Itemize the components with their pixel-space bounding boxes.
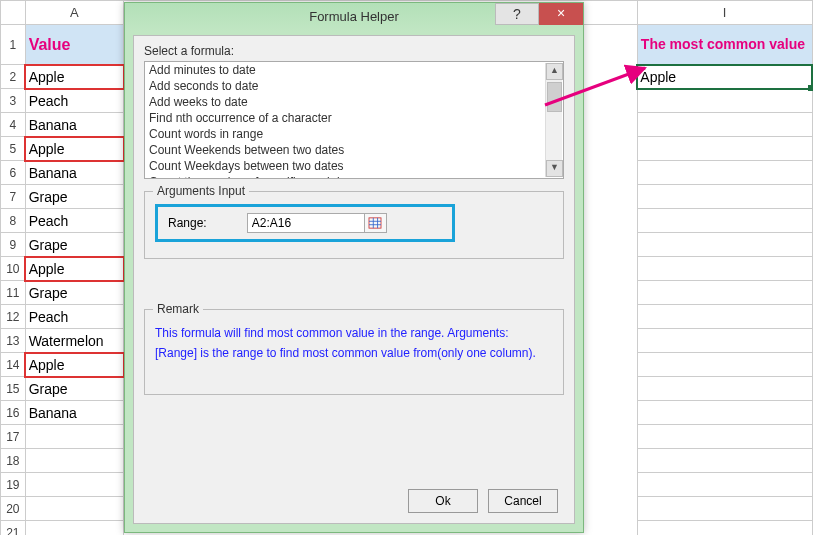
range-argument-row: Range: bbox=[155, 204, 455, 242]
remark-line1: This formula will find most common value… bbox=[155, 326, 553, 340]
cell-a[interactable] bbox=[25, 521, 124, 536]
row-header[interactable]: 17 bbox=[1, 425, 26, 449]
row-header[interactable]: 9 bbox=[1, 233, 26, 257]
cell-i[interactable] bbox=[637, 473, 812, 497]
formula-list-item[interactable]: Add weeks to date bbox=[145, 94, 563, 110]
remark-legend: Remark bbox=[153, 302, 203, 316]
cell-a[interactable]: Apple bbox=[25, 65, 124, 89]
cell-i[interactable] bbox=[637, 137, 812, 161]
range-ref-picker-button[interactable] bbox=[365, 213, 387, 233]
cell-i[interactable] bbox=[637, 281, 812, 305]
row-header[interactable]: 13 bbox=[1, 329, 26, 353]
cell-a[interactable]: Peach bbox=[25, 209, 124, 233]
row-header[interactable]: 7 bbox=[1, 185, 26, 209]
row-header[interactable]: 19 bbox=[1, 473, 26, 497]
formula-list-item[interactable]: Count words in range bbox=[145, 126, 563, 142]
cell-a[interactable]: Banana bbox=[25, 401, 124, 425]
range-input[interactable] bbox=[247, 213, 365, 233]
row-header[interactable]: 12 bbox=[1, 305, 26, 329]
cell-i[interactable] bbox=[637, 89, 812, 113]
formula-listbox[interactable]: Add minutes to dateAdd seconds to dateAd… bbox=[144, 61, 564, 179]
formula-list-item[interactable]: Find nth occurrence of a character bbox=[145, 110, 563, 126]
remark-fieldset: Remark This formula will find most commo… bbox=[144, 309, 564, 395]
cancel-button[interactable]: Cancel bbox=[488, 489, 558, 513]
formula-list-item[interactable]: Count Weekends between two dates bbox=[145, 142, 563, 158]
row-header[interactable]: 20 bbox=[1, 497, 26, 521]
cell-i[interactable] bbox=[637, 233, 812, 257]
cell-i[interactable] bbox=[637, 521, 812, 536]
row-header[interactable]: 14 bbox=[1, 353, 26, 377]
scroll-thumb[interactable] bbox=[547, 82, 562, 112]
remark-line2: [Range] is the range to find most common… bbox=[155, 346, 553, 360]
cell-i[interactable] bbox=[637, 329, 812, 353]
formula-list-item[interactable]: Add minutes to date bbox=[145, 62, 563, 78]
dialog-titlebar[interactable]: Formula Helper ? × bbox=[125, 3, 583, 31]
close-button[interactable]: × bbox=[539, 3, 583, 25]
cell-a[interactable]: Apple bbox=[25, 353, 124, 377]
column-i-header-cell[interactable]: The most common value bbox=[637, 25, 812, 65]
fill-handle[interactable] bbox=[808, 85, 813, 91]
row-header[interactable]: 1 bbox=[1, 25, 26, 65]
row-header[interactable]: 18 bbox=[1, 449, 26, 473]
row-header[interactable]: 3 bbox=[1, 89, 26, 113]
cell-a[interactable]: Apple bbox=[25, 137, 124, 161]
row-header[interactable]: 10 bbox=[1, 257, 26, 281]
scroll-up-button[interactable]: ▲ bbox=[546, 63, 563, 80]
column-a-header-cell[interactable]: Value bbox=[25, 25, 124, 65]
arguments-legend: Arguments Input bbox=[153, 184, 249, 198]
row-header[interactable]: 2 bbox=[1, 65, 26, 89]
cell-i[interactable] bbox=[637, 113, 812, 137]
grid-ref-icon bbox=[368, 217, 382, 229]
arguments-fieldset: Arguments Input Range: bbox=[144, 191, 564, 259]
formula-list-item[interactable]: Count Weekdays between two dates bbox=[145, 158, 563, 174]
row-header[interactable]: 4 bbox=[1, 113, 26, 137]
cell-i[interactable] bbox=[637, 449, 812, 473]
cell-a[interactable]: Apple bbox=[25, 257, 124, 281]
cell-a[interactable]: Grape bbox=[25, 281, 124, 305]
cell-a[interactable] bbox=[25, 473, 124, 497]
cell-i[interactable] bbox=[637, 497, 812, 521]
row-header[interactable]: 5 bbox=[1, 137, 26, 161]
select-formula-label: Select a formula: bbox=[144, 44, 564, 58]
cell-i[interactable] bbox=[637, 257, 812, 281]
col-header-A[interactable]: A bbox=[25, 1, 124, 25]
cell-i[interactable] bbox=[637, 161, 812, 185]
cell-a[interactable]: Grape bbox=[25, 185, 124, 209]
cell-i[interactable] bbox=[637, 185, 812, 209]
cell-a[interactable]: Grape bbox=[25, 377, 124, 401]
cell-i[interactable] bbox=[637, 353, 812, 377]
cell-a[interactable] bbox=[25, 497, 124, 521]
cell-a[interactable]: Watermelon bbox=[25, 329, 124, 353]
cell-a[interactable] bbox=[25, 449, 124, 473]
svg-rect-0 bbox=[369, 218, 381, 228]
cell-a[interactable]: Grape bbox=[25, 233, 124, 257]
cell-i[interactable] bbox=[637, 425, 812, 449]
row-header[interactable]: 16 bbox=[1, 401, 26, 425]
scroll-down-button[interactable]: ▼ bbox=[546, 160, 563, 177]
corner-cell[interactable] bbox=[1, 1, 26, 25]
row-header[interactable]: 11 bbox=[1, 281, 26, 305]
ok-button[interactable]: Ok bbox=[408, 489, 478, 513]
listbox-scrollbar[interactable]: ▲ ▼ bbox=[545, 63, 562, 177]
cell-i[interactable] bbox=[637, 377, 812, 401]
row-header[interactable]: 8 bbox=[1, 209, 26, 233]
formula-list-item[interactable]: Add seconds to date bbox=[145, 78, 563, 94]
cell-i[interactable] bbox=[637, 209, 812, 233]
cell-a[interactable] bbox=[25, 425, 124, 449]
cell-a[interactable]: Banana bbox=[25, 113, 124, 137]
cell-a[interactable]: Peach bbox=[25, 305, 124, 329]
row-header[interactable]: 15 bbox=[1, 377, 26, 401]
cell-i[interactable] bbox=[637, 401, 812, 425]
cell-a[interactable]: Banana bbox=[25, 161, 124, 185]
col-header-I[interactable]: I bbox=[637, 1, 812, 25]
range-label: Range: bbox=[168, 216, 207, 230]
formula-list-item[interactable]: Count the number of specific weekday bbox=[145, 174, 563, 178]
help-button[interactable]: ? bbox=[495, 3, 539, 25]
cell-i[interactable] bbox=[637, 305, 812, 329]
result-cell[interactable]: Apple bbox=[637, 65, 812, 89]
cell-a[interactable]: Peach bbox=[25, 89, 124, 113]
row-header[interactable]: 6 bbox=[1, 161, 26, 185]
formula-helper-dialog: Formula Helper ? × Select a formula: Add… bbox=[124, 2, 584, 533]
row-header[interactable]: 21 bbox=[1, 521, 26, 536]
